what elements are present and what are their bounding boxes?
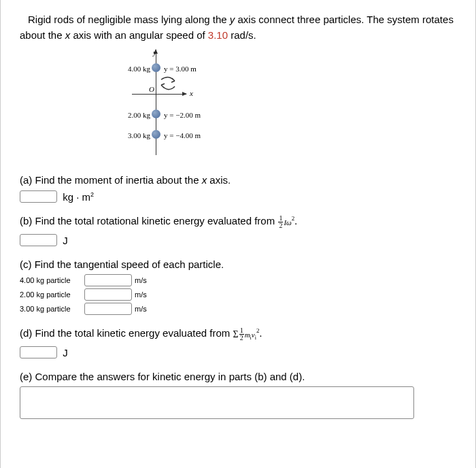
particle-2 [152, 110, 160, 118]
part-a-question: (a) Find the moment of inertia about the… [20, 174, 456, 186]
part-b-unit: J [63, 235, 68, 246]
part-d: (d) Find the total kinetic energy evalua… [20, 327, 456, 358]
origin-label: O [149, 85, 154, 93]
part-c-input-3[interactable] [84, 303, 132, 315]
part-b: (b) Find the total rotational kinetic en… [20, 215, 456, 246]
part-c-input-1[interactable] [84, 274, 132, 286]
part-d-input[interactable] [20, 346, 57, 358]
position-label-2: y = −2.00 m [164, 111, 201, 119]
problem-intro: Rigid rods of negligible mass lying alon… [20, 12, 456, 43]
mass-label-2: 2.00 kg [128, 111, 150, 119]
mass-label-3: 3.00 kg [128, 131, 150, 139]
rotation-arrow-icon [158, 76, 179, 92]
part-e-question: (e) Compare the answers for kinetic ener… [20, 371, 456, 382]
part-c: (c) Find the tangential speed of each pa… [20, 258, 456, 315]
part-d-unit: J [63, 347, 68, 358]
particle-1 [152, 63, 160, 72]
part-c-row-1: 4.00 kg particle m/s [20, 274, 456, 286]
mass-label-1: 4.00 kg [128, 65, 150, 73]
y-axis-label: y [153, 48, 156, 56]
angular-speed-value: 3.10 [208, 29, 228, 41]
part-a: (a) Find the moment of inertia about the… [20, 174, 456, 203]
part-c-row-3: 3.00 kg particle m/s [20, 303, 456, 315]
x-axis-label: x [190, 89, 193, 97]
part-a-unit: kg · m2 [63, 191, 94, 203]
part-c-row-2: 2.00 kg particle m/s [20, 288, 456, 301]
x-axis [132, 94, 186, 95]
part-d-question: (d) Find the total kinetic energy evalua… [20, 327, 456, 341]
part-c-input-2[interactable] [84, 288, 132, 301]
system-diagram: y x O 4.00 kg 2.00 kg 3.00 kg y = 3.00 m… [108, 50, 285, 162]
part-e-input[interactable] [20, 386, 414, 419]
part-b-question: (b) Find the total rotational kinetic en… [20, 215, 456, 229]
position-label-1: y = 3.00 m [164, 65, 197, 73]
part-b-input[interactable] [20, 234, 57, 246]
part-c-question: (c) Find the tangential speed of each pa… [20, 258, 456, 270]
part-a-input[interactable] [20, 190, 57, 203]
particle-3 [152, 130, 160, 139]
part-e: (e) Compare the answers for kinetic ener… [20, 371, 456, 419]
position-label-3: y = −4.00 m [164, 131, 201, 139]
